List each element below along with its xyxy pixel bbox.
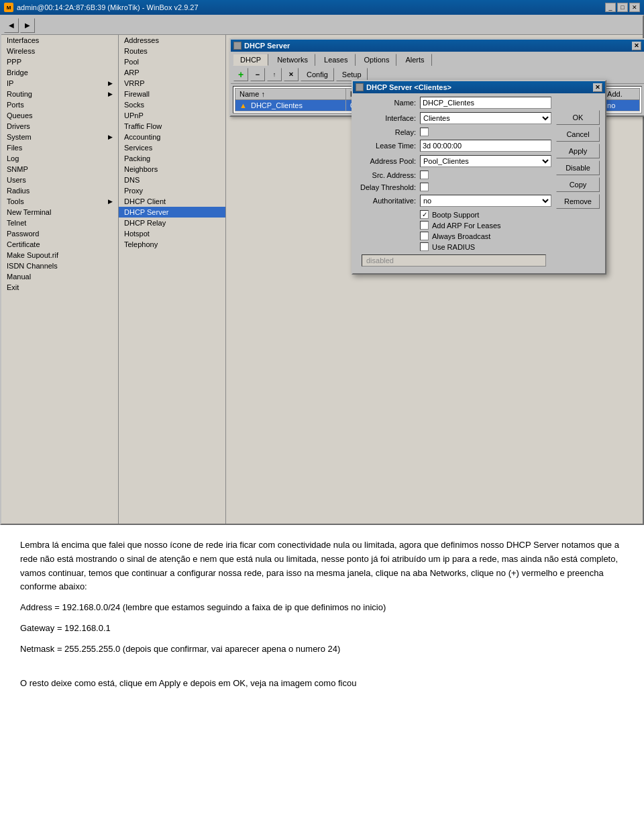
- col-add[interactable]: Add.: [603, 89, 640, 100]
- lease-time-input[interactable]: [420, 140, 551, 152]
- tab-dhcp[interactable]: DHCP: [233, 54, 268, 66]
- sidebar-item-files[interactable]: Files: [1, 142, 118, 153]
- name-input[interactable]: [420, 97, 551, 109]
- sidebar-item-routing[interactable]: Routing▶: [1, 89, 118, 99]
- add-button[interactable]: +: [233, 68, 248, 81]
- tab-leases[interactable]: Leases: [317, 54, 355, 66]
- title-bar: M admin@00:14:2A:87:6B:39 (MikroTik) - W…: [0, 0, 644, 15]
- lease-time-label: Lease Time:: [356, 142, 420, 150]
- sub-item-proxy[interactable]: Proxy: [119, 185, 225, 196]
- sidebar-item-ports[interactable]: Ports: [1, 99, 118, 110]
- src-address-field-row: Src. Address:: [356, 171, 551, 179]
- sidebar-item-interfaces[interactable]: Interfaces: [1, 35, 118, 46]
- sidebar-item-log[interactable]: Log: [1, 153, 118, 164]
- sidebar-item-make-supout[interactable]: Make Supout.rif: [1, 250, 118, 260]
- sidebar-item-ppp[interactable]: PPP: [1, 56, 118, 67]
- sidebar-item-bridge[interactable]: Bridge: [1, 67, 118, 78]
- sidebar-item-new-terminal[interactable]: New Terminal: [1, 207, 118, 218]
- sub-item-dhcp-server[interactable]: DHCP Server: [119, 207, 225, 218]
- bottom-text-area: Lembra lá encima que falei que nosso íco…: [0, 525, 644, 711]
- sub-item-vrrp[interactable]: VRRP: [119, 78, 225, 89]
- sidebar-item-ip[interactable]: IP▶: [1, 78, 118, 89]
- sub-item-firewall[interactable]: Firewall: [119, 89, 225, 99]
- name-field-row: Name:: [356, 97, 551, 109]
- sub-item-packing[interactable]: Packing: [119, 153, 225, 164]
- dhcp-tabs: DHCP Networks Leases Options Alerts: [231, 52, 644, 66]
- always-broadcast-checkbox[interactable]: [420, 232, 429, 240]
- sidebar-item-snmp[interactable]: SNMP: [1, 164, 118, 175]
- delay-threshold-checkbox[interactable]: [420, 183, 429, 191]
- sidebar-item-queues[interactable]: Queues: [1, 110, 118, 121]
- sub-item-arp[interactable]: ARP: [119, 67, 225, 78]
- dhcp-close-button[interactable]: ✕: [632, 42, 641, 50]
- bootp-support-checkbox[interactable]: ✓: [420, 210, 429, 219]
- netmask-line: Netmask = 255.255.255.0 (depois que conf…: [20, 642, 624, 657]
- sidebar-item-users[interactable]: Users: [1, 175, 118, 185]
- sidebar-item-wireless[interactable]: Wireless: [1, 46, 118, 56]
- close-button[interactable]: ✕: [629, 3, 640, 12]
- back-button[interactable]: ◀: [4, 18, 19, 33]
- ok-button[interactable]: OK: [556, 110, 600, 125]
- sidebar-item-exit[interactable]: Exit: [1, 282, 118, 293]
- sidebar-item-system[interactable]: System▶: [1, 132, 118, 142]
- relay-checkbox[interactable]: [420, 128, 429, 136]
- sub-item-addresses[interactable]: Addresses: [119, 35, 225, 46]
- sidebar-item-tools[interactable]: Tools▶: [1, 196, 118, 207]
- sub-item-accounting[interactable]: Accounting: [119, 132, 225, 142]
- use-radius-checkbox[interactable]: [420, 242, 429, 251]
- delete-button[interactable]: ✕: [284, 68, 299, 81]
- remove-button[interactable]: Remove: [556, 194, 600, 209]
- up-button[interactable]: ↑: [267, 68, 282, 81]
- tab-networks[interactable]: Networks: [270, 54, 315, 66]
- sidebar-item-isdn-channels[interactable]: ISDN Channels: [1, 260, 118, 271]
- sub-item-dhcp-client[interactable]: DHCP Client: [119, 196, 225, 207]
- bootp-support-label: Bootp Support: [432, 211, 479, 219]
- window-controls: _ □ ✕: [605, 3, 640, 12]
- minimize-button[interactable]: _: [605, 3, 616, 12]
- remove-button[interactable]: −: [250, 68, 265, 81]
- src-address-checkbox[interactable]: [420, 171, 429, 179]
- sidebar-item-telnet[interactable]: Telnet: [1, 218, 118, 228]
- sub-item-neighbors[interactable]: Neighbors: [119, 164, 225, 175]
- tab-alerts[interactable]: Alerts: [398, 54, 431, 66]
- sidebar-item-manual[interactable]: Manual: [1, 271, 118, 282]
- app-icon: M: [4, 3, 13, 12]
- authoritative-label: Authoritative:: [356, 197, 420, 205]
- maximize-button[interactable]: □: [617, 3, 628, 12]
- interface-select[interactable]: Clientes: [420, 112, 551, 124]
- sub-item-upnp[interactable]: UPnP: [119, 110, 225, 121]
- address-pool-select[interactable]: Pool_Clientes: [420, 155, 551, 167]
- sub-item-routes[interactable]: Routes: [119, 46, 225, 56]
- authoritative-select[interactable]: no yes: [420, 195, 551, 207]
- forward-button[interactable]: ▶: [20, 18, 35, 33]
- paragraph2: O resto deixe como está, clique em Apply…: [20, 677, 624, 691]
- sub-item-services[interactable]: Services: [119, 142, 225, 153]
- col-name[interactable]: Name ↑: [235, 89, 346, 100]
- sub-item-dns[interactable]: DNS: [119, 175, 225, 185]
- sub-item-socks[interactable]: Socks: [119, 99, 225, 110]
- ip-arrow-icon: ▶: [108, 80, 113, 87]
- sub-item-traffic-flow[interactable]: Traffic Flow: [119, 121, 225, 132]
- interface-label: Interface:: [356, 114, 420, 122]
- dhcp-window-icon: [233, 42, 241, 50]
- system-arrow-icon: ▶: [108, 134, 113, 140]
- sub-item-telephony[interactable]: Telephony: [119, 239, 225, 250]
- sub-item-pool[interactable]: Pool: [119, 56, 225, 67]
- cancel-button[interactable]: Cancel: [556, 127, 600, 142]
- name-label: Name:: [356, 99, 420, 107]
- sub-item-hotspot[interactable]: Hotspot: [119, 228, 225, 239]
- sidebar-item-drivers[interactable]: Drivers: [1, 121, 118, 132]
- copy-button[interactable]: Copy: [556, 177, 600, 192]
- config-button[interactable]: Config: [301, 68, 334, 81]
- sub-item-dhcp-relay[interactable]: DHCP Relay: [119, 218, 225, 228]
- apply-button[interactable]: Apply: [556, 144, 600, 158]
- sidebar-item-radius[interactable]: Radius: [1, 185, 118, 196]
- sidebar-item-certificate[interactable]: Certificate: [1, 239, 118, 250]
- main-window: ◀ ▶ RouterOS WinBox www.RouterClub.com I…: [0, 15, 644, 525]
- tab-options[interactable]: Options: [357, 54, 397, 66]
- dialog-close-button[interactable]: ✕: [593, 83, 602, 92]
- disable-button[interactable]: Disable: [556, 160, 600, 175]
- sidebar-item-password[interactable]: Password: [1, 228, 118, 239]
- add-arp-checkbox[interactable]: [420, 221, 429, 230]
- setup-button[interactable]: Setup: [336, 68, 368, 81]
